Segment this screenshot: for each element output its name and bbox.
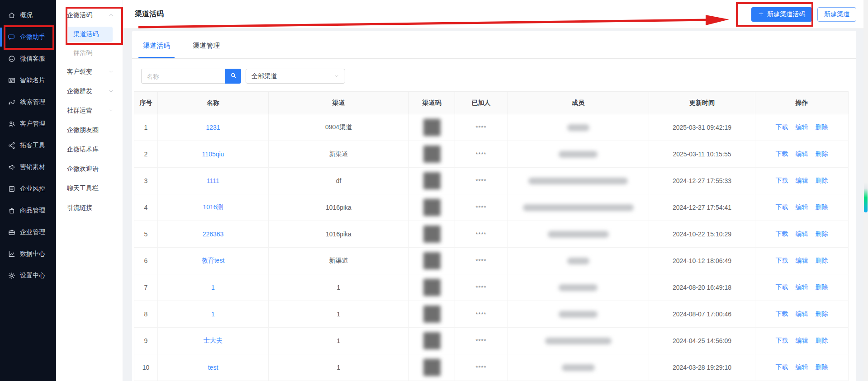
name-link[interactable]: 1111 <box>207 177 219 184</box>
qr-code-thumbnail[interactable] <box>423 279 441 296</box>
name-link[interactable]: 226363 <box>203 230 224 238</box>
member-redacted <box>523 204 634 211</box>
qr-code-thumbnail[interactable] <box>423 359 441 376</box>
member-redacted <box>567 258 589 264</box>
submenu-item-11[interactable]: 引流链接 <box>56 198 123 217</box>
page-scrollbar-track[interactable] <box>863 0 868 381</box>
action-link-download[interactable]: 下载 <box>776 363 788 372</box>
action-link-edit[interactable]: 编辑 <box>796 150 808 158</box>
action-link-delete[interactable]: 删除 <box>816 203 828 212</box>
qr-code-thumbnail[interactable] <box>423 306 441 323</box>
create-channel-code-button[interactable]: 新建渠道活码 <box>751 7 812 22</box>
action-link-delete[interactable]: 删除 <box>816 177 828 185</box>
action-link-download[interactable]: 下载 <box>776 283 788 292</box>
tab-1[interactable]: 渠道活码 <box>141 42 172 58</box>
sidebar-item-2[interactable]: 企微助手 <box>0 26 56 48</box>
sidebar-item-13[interactable]: 设置中心 <box>0 265 56 287</box>
sidebar-item-7[interactable]: 拓客工具 <box>0 135 56 156</box>
name-link[interactable]: 1016测 <box>203 203 223 211</box>
action-link-edit[interactable]: 编辑 <box>796 230 808 238</box>
cell-member <box>508 248 649 274</box>
sidebar-item-5[interactable]: 线索管理 <box>0 91 56 113</box>
sidebar-item-10[interactable]: 商品管理 <box>0 200 56 221</box>
action-link-delete[interactable]: 删除 <box>816 310 828 318</box>
action-link-edit[interactable]: 编辑 <box>796 363 808 372</box>
qr-code-thumbnail[interactable] <box>423 199 441 216</box>
submenu-item-10[interactable]: 聊天工具栏 <box>56 179 123 198</box>
submenu-item-9[interactable]: 企微欢迎语 <box>56 159 123 179</box>
action-link-edit[interactable]: 编辑 <box>796 177 808 185</box>
create-channel-button[interactable]: 新建渠道 <box>817 7 856 22</box>
submenu-item-5[interactable]: 企微群发 <box>56 81 123 101</box>
channel-filter-select[interactable]: 全部渠道 <box>246 69 345 84</box>
action-link-download[interactable]: 下载 <box>776 337 788 345</box>
sidebar-item-6[interactable]: 客户管理 <box>0 113 56 135</box>
cell-name: 1 <box>158 301 269 328</box>
smiley-icon <box>8 55 16 63</box>
sidebar-item-12[interactable]: 数据中心 <box>0 243 56 265</box>
action-link-delete[interactable]: 删除 <box>816 337 828 345</box>
action-link-download[interactable]: 下载 <box>776 310 788 318</box>
action-link-download[interactable]: 下载 <box>776 177 788 185</box>
search-button[interactable] <box>225 69 241 84</box>
cell-name: 1105qiu <box>158 141 269 168</box>
submenu-item-6[interactable]: 社群运营 <box>56 101 123 120</box>
name-link[interactable]: 1231 <box>206 124 220 131</box>
cell-actions: 下载编辑删除 <box>755 328 849 354</box>
action-link-edit[interactable]: 编辑 <box>796 337 808 345</box>
action-link-edit[interactable]: 编辑 <box>796 203 808 212</box>
submenu-item-7[interactable]: 企微朋友圈 <box>56 120 123 140</box>
sidebar-item-4[interactable]: 智能名片 <box>0 70 56 91</box>
name-link[interactable]: 1 <box>211 310 215 318</box>
sidebar-item-9[interactable]: 企业风控 <box>0 178 56 200</box>
name-link[interactable]: 士大夫 <box>204 337 223 344</box>
action-link-edit[interactable]: 编辑 <box>796 123 808 132</box>
action-link-edit[interactable]: 编辑 <box>796 310 808 318</box>
tab-2[interactable]: 渠道管理 <box>191 42 222 58</box>
name-link[interactable]: 1 <box>211 284 215 291</box>
action-link-download[interactable]: 下载 <box>776 203 788 212</box>
qr-code-thumbnail[interactable] <box>423 332 441 349</box>
table-row: 21105qiu新渠道****2025-03-11 10:15:55下载编辑删除 <box>134 141 849 168</box>
action-link-delete[interactable]: 删除 <box>816 230 828 238</box>
search-input[interactable] <box>141 69 225 84</box>
action-link-delete[interactable]: 删除 <box>816 257 828 265</box>
qr-code-thumbnail[interactable] <box>423 226 441 243</box>
qr-code-thumbnail[interactable] <box>423 119 441 136</box>
cell-index: 9 <box>134 328 158 354</box>
submenu-item-2[interactable]: 渠道活码 <box>68 27 113 42</box>
action-link-download[interactable]: 下载 <box>776 123 788 132</box>
cell-actions: 下载编辑删除 <box>755 221 849 248</box>
submenu-item-1[interactable]: 企微活码 <box>56 5 123 25</box>
action-link-edit[interactable]: 编辑 <box>796 257 808 265</box>
submenu-item-3[interactable]: 群活码 <box>56 44 123 62</box>
cell-member <box>508 221 649 248</box>
action-link-delete[interactable]: 删除 <box>816 150 828 158</box>
sidebar-item-3[interactable]: 微信客服 <box>0 48 56 70</box>
action-link-download[interactable]: 下载 <box>776 230 788 238</box>
cell-joined: **** <box>455 328 508 354</box>
action-link-delete[interactable]: 删除 <box>816 283 828 292</box>
page-scrollbar-thumb[interactable] <box>864 182 868 212</box>
submenu-item-8[interactable]: 企微话术库 <box>56 140 123 159</box>
name-link[interactable]: 1105qiu <box>202 151 224 158</box>
action-link-download[interactable]: 下载 <box>776 150 788 158</box>
action-link-edit[interactable]: 编辑 <box>796 283 808 292</box>
name-link[interactable]: 教育test <box>202 257 225 264</box>
qr-code-thumbnail[interactable] <box>423 172 441 189</box>
action-link-download[interactable]: 下载 <box>776 257 788 265</box>
member-redacted <box>548 231 609 238</box>
sidebar-item-11[interactable]: 企业管理 <box>0 221 56 243</box>
cell-channel: 新渠道 <box>269 248 409 274</box>
name-link[interactable]: test <box>208 364 218 371</box>
submenu-item-4[interactable]: 客户裂变 <box>56 62 123 81</box>
sidebar-item-1[interactable]: 概况 <box>0 5 56 26</box>
sidebar-item-8[interactable]: 营销素材 <box>0 156 56 178</box>
qr-code-thumbnail[interactable] <box>423 146 441 163</box>
cell-updated: 2025-03-31 09:42:19 <box>649 114 755 141</box>
action-link-delete[interactable]: 删除 <box>816 363 828 372</box>
qr-code-thumbnail[interactable] <box>423 252 441 269</box>
action-link-delete[interactable]: 删除 <box>816 123 828 132</box>
filter-row: 全部渠道 <box>141 69 856 84</box>
sidebar-item-label: 智能名片 <box>20 76 45 85</box>
